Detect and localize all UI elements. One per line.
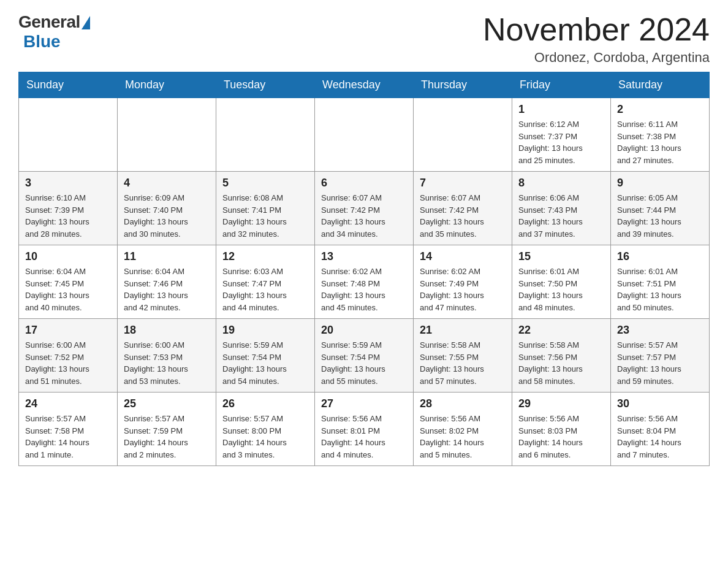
day-info: Sunrise: 6:01 AM Sunset: 7:51 PM Dayligh… <box>617 266 703 313</box>
header-friday: Friday <box>512 72 611 98</box>
calendar-cell <box>216 98 315 172</box>
day-number: 13 <box>321 250 407 263</box>
day-info: Sunrise: 5:56 AM Sunset: 8:04 PM Dayligh… <box>617 413 703 461</box>
header-thursday: Thursday <box>414 72 512 98</box>
calendar-cell: 13Sunrise: 6:02 AM Sunset: 7:48 PM Dayli… <box>315 245 414 319</box>
logo-general-text: General <box>18 12 80 32</box>
logo-top: General <box>18 12 90 32</box>
calendar-week-row: 24Sunrise: 5:57 AM Sunset: 7:58 PM Dayli… <box>19 393 710 466</box>
day-info: Sunrise: 6:10 AM Sunset: 7:39 PM Dayligh… <box>25 192 111 240</box>
day-info: Sunrise: 5:56 AM Sunset: 8:03 PM Dayligh… <box>518 413 604 461</box>
calendar-cell: 7Sunrise: 6:07 AM Sunset: 7:42 PM Daylig… <box>414 172 512 245</box>
calendar-cell: 3Sunrise: 6:10 AM Sunset: 7:39 PM Daylig… <box>19 172 118 245</box>
calendar-cell: 10Sunrise: 6:04 AM Sunset: 7:45 PM Dayli… <box>19 245 118 319</box>
calendar-cell: 21Sunrise: 5:58 AM Sunset: 7:55 PM Dayli… <box>414 319 512 393</box>
calendar-cell <box>19 98 118 172</box>
calendar-cell: 29Sunrise: 5:56 AM Sunset: 8:03 PM Dayli… <box>512 393 611 466</box>
day-number: 22 <box>518 324 604 337</box>
day-info: Sunrise: 5:56 AM Sunset: 8:02 PM Dayligh… <box>420 413 506 461</box>
calendar-cell: 2Sunrise: 6:11 AM Sunset: 7:38 PM Daylig… <box>611 98 710 172</box>
day-info: Sunrise: 5:57 AM Sunset: 7:58 PM Dayligh… <box>25 413 111 461</box>
day-number: 16 <box>617 250 703 263</box>
day-number: 20 <box>321 324 407 337</box>
header-saturday: Saturday <box>611 72 710 98</box>
calendar-cell: 30Sunrise: 5:56 AM Sunset: 8:04 PM Dayli… <box>611 393 710 466</box>
calendar-cell: 15Sunrise: 6:01 AM Sunset: 7:50 PM Dayli… <box>512 245 611 319</box>
day-number: 28 <box>420 397 506 410</box>
day-info: Sunrise: 6:03 AM Sunset: 7:47 PM Dayligh… <box>222 266 308 313</box>
day-number: 24 <box>25 397 111 410</box>
day-number: 30 <box>617 397 703 410</box>
day-number: 10 <box>25 250 111 263</box>
day-number: 18 <box>124 324 210 337</box>
calendar-cell: 9Sunrise: 6:05 AM Sunset: 7:44 PM Daylig… <box>611 172 710 245</box>
day-info: Sunrise: 5:56 AM Sunset: 8:01 PM Dayligh… <box>321 413 407 461</box>
calendar-week-row: 1Sunrise: 6:12 AM Sunset: 7:37 PM Daylig… <box>19 98 710 172</box>
day-info: Sunrise: 6:00 AM Sunset: 7:52 PM Dayligh… <box>25 339 111 387</box>
day-info: Sunrise: 5:58 AM Sunset: 7:55 PM Dayligh… <box>420 339 506 387</box>
day-info: Sunrise: 6:08 AM Sunset: 7:41 PM Dayligh… <box>222 192 308 240</box>
day-info: Sunrise: 6:02 AM Sunset: 7:48 PM Dayligh… <box>321 266 407 313</box>
day-number: 25 <box>124 397 210 410</box>
calendar-cell <box>315 98 414 172</box>
logo-blue-text: Blue <box>23 32 61 51</box>
calendar-cell: 26Sunrise: 5:57 AM Sunset: 8:00 PM Dayli… <box>216 393 315 466</box>
calendar-cell: 11Sunrise: 6:04 AM Sunset: 7:46 PM Dayli… <box>118 245 216 319</box>
calendar-table: SundayMondayTuesdayWednesdayThursdayFrid… <box>18 72 710 466</box>
calendar-cell: 17Sunrise: 6:00 AM Sunset: 7:52 PM Dayli… <box>19 319 118 393</box>
day-info: Sunrise: 6:05 AM Sunset: 7:44 PM Dayligh… <box>617 192 703 240</box>
calendar-header-row: SundayMondayTuesdayWednesdayThursdayFrid… <box>19 72 710 98</box>
calendar-week-row: 17Sunrise: 6:00 AM Sunset: 7:52 PM Dayli… <box>19 319 710 393</box>
day-number: 6 <box>321 177 407 190</box>
day-info: Sunrise: 5:59 AM Sunset: 7:54 PM Dayligh… <box>321 339 407 387</box>
calendar-week-row: 3Sunrise: 6:10 AM Sunset: 7:39 PM Daylig… <box>19 172 710 245</box>
day-number: 7 <box>420 177 506 190</box>
day-number: 12 <box>222 250 308 263</box>
logo: General Blue <box>18 12 90 52</box>
day-number: 2 <box>617 103 703 116</box>
day-info: Sunrise: 5:59 AM Sunset: 7:54 PM Dayligh… <box>222 339 308 387</box>
calendar-cell: 16Sunrise: 6:01 AM Sunset: 7:51 PM Dayli… <box>611 245 710 319</box>
page-header: General Blue November 2024 Ordonez, Cord… <box>18 12 710 66</box>
day-number: 14 <box>420 250 506 263</box>
calendar-cell: 20Sunrise: 5:59 AM Sunset: 7:54 PM Dayli… <box>315 319 414 393</box>
calendar-cell: 12Sunrise: 6:03 AM Sunset: 7:47 PM Dayli… <box>216 245 315 319</box>
header-sunday: Sunday <box>19 72 118 98</box>
calendar-cell: 19Sunrise: 5:59 AM Sunset: 7:54 PM Dayli… <box>216 319 315 393</box>
calendar-subtitle: Ordonez, Cordoba, Argentina <box>483 50 710 66</box>
day-number: 27 <box>321 397 407 410</box>
day-number: 21 <box>420 324 506 337</box>
calendar-cell: 23Sunrise: 5:57 AM Sunset: 7:57 PM Dayli… <box>611 319 710 393</box>
calendar-cell: 27Sunrise: 5:56 AM Sunset: 8:01 PM Dayli… <box>315 393 414 466</box>
day-info: Sunrise: 6:12 AM Sunset: 7:37 PM Dayligh… <box>518 118 604 166</box>
day-info: Sunrise: 6:02 AM Sunset: 7:49 PM Dayligh… <box>420 266 506 313</box>
calendar-cell: 6Sunrise: 6:07 AM Sunset: 7:42 PM Daylig… <box>315 172 414 245</box>
calendar-cell: 22Sunrise: 5:58 AM Sunset: 7:56 PM Dayli… <box>512 319 611 393</box>
day-info: Sunrise: 5:57 AM Sunset: 7:59 PM Dayligh… <box>124 413 210 461</box>
day-number: 17 <box>25 324 111 337</box>
calendar-cell: 4Sunrise: 6:09 AM Sunset: 7:40 PM Daylig… <box>118 172 216 245</box>
day-number: 5 <box>222 177 308 190</box>
calendar-cell <box>118 98 216 172</box>
day-info: Sunrise: 6:07 AM Sunset: 7:42 PM Dayligh… <box>420 192 506 240</box>
calendar-cell <box>414 98 512 172</box>
day-info: Sunrise: 5:58 AM Sunset: 7:56 PM Dayligh… <box>518 339 604 387</box>
calendar-cell: 28Sunrise: 5:56 AM Sunset: 8:02 PM Dayli… <box>414 393 512 466</box>
calendar-cell: 8Sunrise: 6:06 AM Sunset: 7:43 PM Daylig… <box>512 172 611 245</box>
calendar-week-row: 10Sunrise: 6:04 AM Sunset: 7:45 PM Dayli… <box>19 245 710 319</box>
calendar-cell: 18Sunrise: 6:00 AM Sunset: 7:53 PM Dayli… <box>118 319 216 393</box>
day-info: Sunrise: 6:07 AM Sunset: 7:42 PM Dayligh… <box>321 192 407 240</box>
day-number: 19 <box>222 324 308 337</box>
day-number: 26 <box>222 397 308 410</box>
day-info: Sunrise: 6:11 AM Sunset: 7:38 PM Dayligh… <box>617 118 703 166</box>
day-number: 4 <box>124 177 210 190</box>
day-info: Sunrise: 6:04 AM Sunset: 7:46 PM Dayligh… <box>124 266 210 313</box>
calendar-cell: 25Sunrise: 5:57 AM Sunset: 7:59 PM Dayli… <box>118 393 216 466</box>
day-number: 3 <box>25 177 111 190</box>
header-tuesday: Tuesday <box>216 72 315 98</box>
calendar-cell: 1Sunrise: 6:12 AM Sunset: 7:37 PM Daylig… <box>512 98 611 172</box>
day-info: Sunrise: 6:09 AM Sunset: 7:40 PM Dayligh… <box>124 192 210 240</box>
day-number: 23 <box>617 324 703 337</box>
day-info: Sunrise: 6:01 AM Sunset: 7:50 PM Dayligh… <box>518 266 604 313</box>
day-info: Sunrise: 5:57 AM Sunset: 7:57 PM Dayligh… <box>617 339 703 387</box>
